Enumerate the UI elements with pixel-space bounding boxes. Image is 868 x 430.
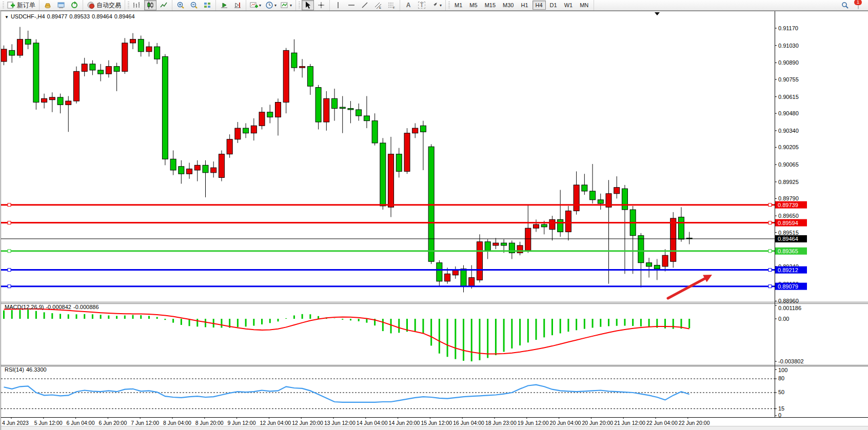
svg-text:15 Jun 12:00: 15 Jun 12:00 (421, 420, 452, 426)
level-lines[interactable]: 0.897390.895940.893650.892120.89079 (1, 201, 807, 290)
chart-dropdown-arrow[interactable]: ▼ (5, 15, 9, 19)
svg-text:12 Jun 04:00: 12 Jun 04:00 (260, 420, 291, 426)
pane-separators[interactable] (1, 11, 868, 427)
svg-text:0.90755: 0.90755 (778, 76, 799, 83)
timeframe-mn[interactable]: MN (577, 1, 591, 10)
line-handle (768, 269, 772, 272)
bar-chart-button[interactable] (131, 0, 143, 10)
main-toolbar: 新订单 自动交易 ▾ ▾ ▾ E (0, 0, 868, 11)
text-label-button[interactable]: T (416, 0, 428, 10)
new-chart-icon (250, 1, 258, 9)
chart-symbol-period: USDCHF-,H4 (11, 13, 45, 19)
svg-text:22 Jun 04:00: 22 Jun 04:00 (646, 420, 678, 426)
period-button[interactable]: ▾ (264, 0, 278, 10)
chart-canvas[interactable]: 0.911700.910300.908900.907550.906150.904… (1, 11, 868, 430)
svg-text:19 Jun 12:00: 19 Jun 12:00 (518, 420, 549, 426)
bar-chart-icon (133, 1, 141, 9)
vertical-line-button[interactable] (332, 0, 344, 10)
zoom-in-button[interactable] (174, 0, 187, 10)
svg-text:8 Jun 04:00: 8 Jun 04:00 (163, 420, 191, 426)
macd-main-value: -0.000842 (46, 304, 71, 310)
cursor-icon (304, 1, 312, 9)
svg-text:0.89365: 0.89365 (778, 248, 798, 254)
svg-text:18 Jun 23:00: 18 Jun 23:00 (485, 420, 517, 426)
timeframe-m5[interactable]: M5 (466, 1, 480, 10)
search-button[interactable] (839, 0, 851, 10)
horizontal-line-icon (347, 1, 356, 9)
svg-text:7 Jun 12:00: 7 Jun 12:00 (131, 420, 159, 426)
svg-text:0.90480: 0.90480 (778, 110, 799, 116)
svg-text:100: 100 (778, 367, 787, 373)
timeframe-h4[interactable]: H4 (532, 1, 546, 10)
new-order-icon (7, 1, 15, 9)
profile-icon (44, 1, 52, 9)
vertical-line-icon (334, 1, 342, 9)
line-chart-icon (160, 1, 168, 9)
chart-shift-button[interactable] (231, 0, 244, 10)
scroll-group (216, 0, 246, 10)
text-tool-button[interactable]: A (402, 0, 415, 10)
horizontal-line-button[interactable] (345, 0, 358, 10)
order-group: 新订单 (0, 0, 40, 10)
zoom-out-icon (190, 1, 198, 9)
notifications-button[interactable]: 1 (852, 0, 864, 10)
svg-text:0.89650: 0.89650 (778, 213, 799, 219)
svg-text:16 Jun 04:00: 16 Jun 04:00 (453, 420, 484, 426)
timeframe-m15[interactable]: M15 (482, 1, 499, 10)
navigator-icon (70, 1, 78, 9)
svg-text:8 Jun 20:00: 8 Jun 20:00 (195, 420, 224, 426)
chevron-down-icon: ▾ (290, 3, 292, 8)
arrows-tool-button[interactable]: ▾ (429, 0, 443, 10)
timeframe-m1[interactable]: M1 (451, 1, 465, 10)
cursor-button[interactable] (302, 0, 314, 10)
svg-text:0.89079: 0.89079 (778, 283, 798, 290)
indicators-button[interactable]: ▾ (279, 0, 293, 10)
arrows-tool-icon (430, 1, 439, 9)
svg-text:0.89925: 0.89925 (778, 179, 799, 185)
chart-low: 0.89464 (92, 13, 112, 19)
toolbar-grip (128, 2, 129, 9)
navigator-button[interactable] (68, 0, 81, 10)
line-handle (8, 250, 11, 253)
candles (1, 27, 692, 293)
auto-scroll-icon (220, 1, 228, 9)
new-order-button[interactable]: 新订单 (6, 0, 37, 10)
price-axis: 0.911700.910300.908900.907550.906150.904… (775, 25, 799, 304)
fibonacci-button[interactable]: F (385, 0, 398, 10)
new-chart-button[interactable]: ▾ (248, 0, 263, 10)
candlestick-chart-button[interactable] (144, 0, 156, 10)
line-chart-button[interactable] (157, 0, 170, 10)
timeframe-d1[interactable]: D1 (547, 1, 560, 10)
svg-text:13 Jun 12:00: 13 Jun 12:00 (324, 420, 356, 426)
svg-text:0.90615: 0.90615 (778, 94, 799, 100)
svg-text:0.90340: 0.90340 (778, 128, 799, 134)
timeframe-w1[interactable]: W1 (561, 1, 576, 10)
timeframe-h1[interactable]: H1 (518, 1, 531, 10)
trendline-button[interactable] (359, 0, 371, 10)
rsi-value: 46.3300 (26, 366, 47, 373)
line-handle (8, 285, 11, 288)
crosshair-button[interactable] (315, 0, 327, 10)
auto-scroll-button[interactable] (218, 0, 230, 10)
tile-windows-icon (203, 1, 211, 9)
svg-text:0.001186: 0.001186 (778, 305, 801, 311)
profile-button[interactable] (42, 0, 54, 10)
line-tools-group: E F (330, 0, 400, 10)
svg-text:0.91030: 0.91030 (778, 43, 799, 49)
line-handle (768, 203, 772, 207)
equidistant-channel-button[interactable]: E (372, 0, 384, 10)
zoom-out-button[interactable] (188, 0, 200, 10)
timeframe-m30[interactable]: M30 (500, 1, 517, 10)
tile-windows-button[interactable] (201, 0, 213, 10)
market-watch-button[interactable] (55, 0, 67, 10)
chart-shift-icon (233, 1, 242, 9)
view-group (40, 0, 83, 10)
toolbar-grip (3, 2, 4, 9)
svg-text:14 Jun 04:00: 14 Jun 04:00 (357, 420, 388, 426)
svg-text:0.89464: 0.89464 (778, 236, 798, 242)
timeframe-group: M1 M5 M15 M30 H1 H4 D1 W1 MN (446, 0, 594, 10)
chat-icon: 1 (858, 2, 859, 9)
new-order-label: 新订单 (17, 1, 35, 10)
autotrading-button[interactable]: 自动交易 (85, 0, 123, 10)
text-label-icon: T (418, 2, 425, 9)
